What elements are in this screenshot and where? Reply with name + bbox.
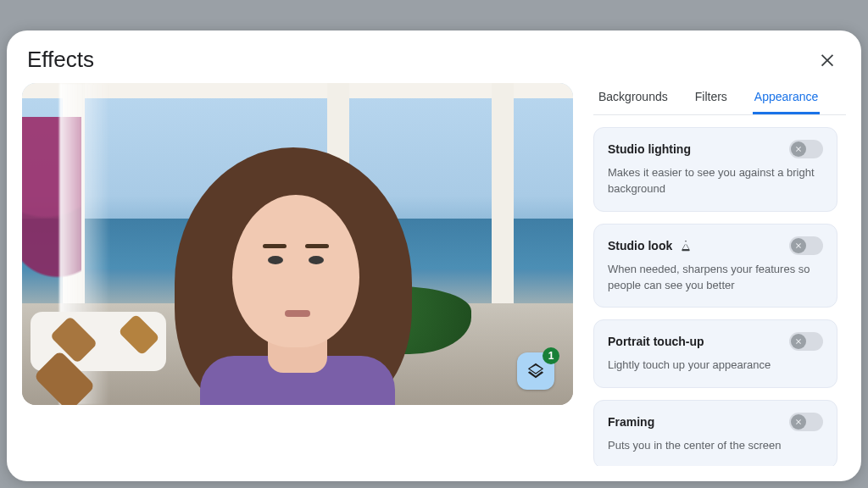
preview-person-face bbox=[232, 195, 359, 347]
option-studio-look: Studio look When needed, sharpens your f… bbox=[593, 224, 837, 308]
close-button[interactable] bbox=[814, 46, 841, 73]
option-title-wrap: Framing bbox=[608, 415, 654, 429]
option-header: Studio lighting bbox=[608, 140, 823, 158]
tab-appearance[interactable]: Appearance bbox=[753, 83, 821, 114]
toggle-off-x-icon bbox=[793, 144, 804, 154]
toggle-knob bbox=[791, 238, 806, 253]
toggle-off-x-icon bbox=[793, 336, 804, 347]
panel-title: Effects bbox=[27, 47, 94, 73]
option-title: Studio lighting bbox=[608, 142, 691, 156]
preview-person-brow bbox=[305, 244, 329, 248]
toggle-knob bbox=[791, 414, 806, 430]
panel-header: Effects bbox=[7, 30, 861, 83]
option-description: When needed, sharpens your features so p… bbox=[608, 262, 823, 294]
toggle-portrait-touch-up[interactable] bbox=[789, 332, 823, 351]
effects-tabs: Backgrounds Filters Appearance bbox=[593, 83, 846, 115]
preview-person-eye bbox=[268, 256, 283, 264]
preview-person bbox=[141, 144, 446, 405]
applied-effects-chip[interactable]: 1 bbox=[517, 352, 554, 390]
layers-icon bbox=[526, 362, 545, 380]
preview-person-eye bbox=[309, 256, 324, 264]
preview-person-brow bbox=[263, 244, 287, 248]
effects-panel: Effects bbox=[7, 30, 861, 481]
option-title: Framing bbox=[608, 415, 654, 429]
option-title: Portrait touch-up bbox=[608, 335, 704, 348]
option-portrait-touch-up: Portrait touch-up Lightly touch up your … bbox=[593, 319, 837, 388]
toggle-studio-look[interactable] bbox=[789, 236, 823, 255]
panel-content: 1 Backgrounds Filters Appearance Studio … bbox=[7, 83, 861, 481]
preview-person-mouth bbox=[285, 310, 310, 317]
video-preview: 1 bbox=[22, 83, 573, 405]
option-title: Studio look bbox=[608, 239, 672, 252]
option-description: Lightly touch up your appearance bbox=[608, 358, 823, 374]
option-title-wrap: Studio lighting bbox=[608, 142, 691, 156]
toggle-knob bbox=[791, 141, 806, 157]
applied-effects-count-badge: 1 bbox=[542, 347, 559, 364]
toggle-studio-lighting[interactable] bbox=[789, 140, 823, 158]
option-description: Puts you in the center of the screen bbox=[608, 438, 823, 454]
close-icon bbox=[818, 50, 837, 69]
option-description: Makes it easier to see you against a bri… bbox=[608, 165, 823, 197]
tab-backgrounds[interactable]: Backgrounds bbox=[597, 83, 670, 114]
toggle-knob bbox=[791, 334, 806, 349]
option-studio-lighting: Studio lighting Makes it easier to see y… bbox=[593, 127, 837, 212]
effects-sidebar: Backgrounds Filters Appearance Studio li… bbox=[593, 83, 846, 466]
toggle-off-x-icon bbox=[793, 241, 804, 251]
option-header: Portrait touch-up bbox=[608, 332, 823, 351]
option-title-wrap: Studio look bbox=[608, 239, 693, 252]
option-header: Framing bbox=[608, 413, 823, 431]
toggle-framing[interactable] bbox=[789, 413, 823, 431]
preview-scene-pillar bbox=[492, 83, 514, 303]
option-framing: Framing Puts you in the center of the sc… bbox=[593, 400, 837, 466]
appearance-options-list[interactable]: Studio lighting Makes it easier to see y… bbox=[593, 127, 846, 466]
flask-experimental-icon bbox=[679, 239, 693, 252]
option-header: Studio look bbox=[608, 236, 823, 255]
toggle-off-x-icon bbox=[793, 417, 804, 427]
option-title-wrap: Portrait touch-up bbox=[608, 335, 704, 348]
tab-filters[interactable]: Filters bbox=[693, 83, 729, 114]
